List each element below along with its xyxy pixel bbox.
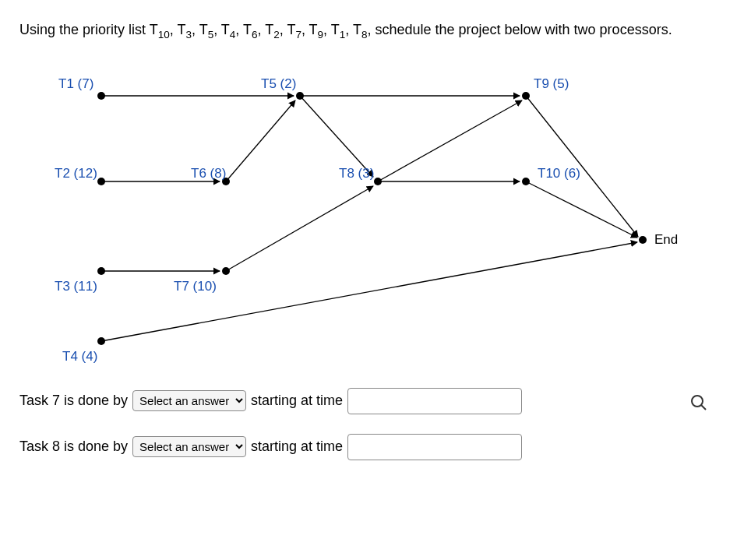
task7-time-input[interactable] (347, 388, 522, 414)
svg-line-20 (526, 181, 637, 238)
task7-label: Task 7 is done by (19, 393, 128, 409)
node-t6: T6 (8) (191, 166, 226, 181)
node-t5: T5 (2) (261, 76, 296, 92)
node-t7: T7 (10) (174, 279, 217, 294)
svg-point-23 (692, 396, 703, 407)
question-pre: Using the priority list (19, 22, 150, 37)
node-end: End (654, 232, 678, 248)
node-t8: T8 (3) (339, 166, 374, 181)
priority-list: T10, T3, T5, T4, T6, T2, T7, T9, T1, T8 (150, 22, 368, 37)
svg-line-24 (701, 405, 706, 410)
answer-row-task8: Task 8 is done by Select an answer start… (19, 434, 732, 460)
question-post: , schedule the project below with two pr… (367, 22, 672, 37)
task7-processor-select[interactable]: Select an answer (132, 390, 246, 411)
svg-line-14 (226, 100, 295, 181)
starting-label: starting at time (251, 393, 343, 409)
node-t3: T3 (11) (55, 279, 97, 294)
svg-line-18 (226, 186, 373, 271)
question-text: Using the priority list T10, T3, T5, T4,… (19, 19, 732, 43)
svg-point-7 (639, 236, 647, 244)
task8-label: Task 8 is done by (19, 438, 128, 455)
node-t2: T2 (12) (55, 166, 97, 181)
svg-line-15 (300, 96, 373, 177)
node-t4: T4 (4) (62, 349, 97, 365)
task8-time-input[interactable] (347, 434, 522, 460)
project-diagram: T1 (7) T5 (2) T9 (5) T2 (12) T6 (8) T8 (… (19, 65, 721, 368)
node-t10: T10 (6) (538, 166, 580, 181)
task8-processor-select[interactable]: Select an answer (132, 436, 246, 457)
node-t9: T9 (5) (534, 76, 569, 92)
answer-row-task7: Task 7 is done by Select an answer start… (19, 388, 732, 414)
svg-line-21 (378, 100, 522, 181)
starting-label: starting at time (251, 438, 343, 455)
magnify-icon[interactable] (689, 393, 708, 416)
node-t1: T1 (7) (58, 76, 93, 92)
